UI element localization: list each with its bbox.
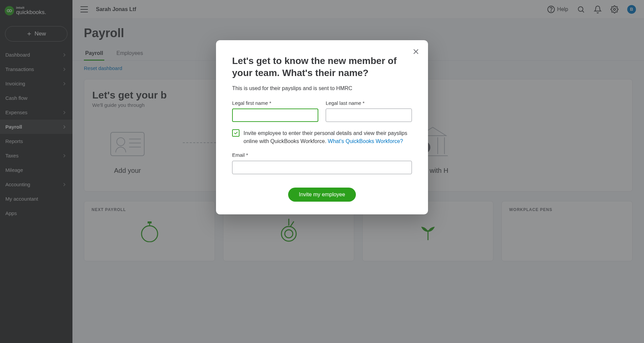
email-label: Email * (232, 152, 248, 158)
email-input[interactable] (232, 161, 412, 174)
modal-subtitle: This is used for their payslips and is s… (232, 85, 412, 91)
modal-overlay[interactable]: Let's get to know the new member of your… (0, 0, 644, 343)
first-name-label: Legal first name * (232, 100, 318, 106)
workforce-link[interactable]: What's QuickBooks Workforce? (328, 138, 403, 144)
last-name-input[interactable] (326, 109, 412, 122)
invite-checkbox-row: Invite employee to enter their personal … (232, 129, 412, 145)
first-name-input[interactable] (232, 109, 318, 122)
modal-title: Let's get to know the new member of your… (232, 55, 412, 79)
invite-employee-button[interactable]: Invite my employee (288, 188, 356, 202)
last-name-label: Legal last name * (326, 100, 412, 106)
check-icon (233, 131, 238, 135)
modal-footer: Invite my employee (232, 188, 412, 202)
name-fields-row: Legal first name * Legal last name * (232, 100, 412, 122)
close-icon[interactable] (412, 48, 420, 56)
first-name-field: Legal first name * (232, 100, 318, 122)
email-field: Email * (232, 152, 412, 174)
invite-checkbox[interactable] (232, 129, 239, 137)
invite-checkbox-text: Invite employee to enter their personal … (244, 129, 412, 145)
add-employee-modal: Let's get to know the new member of your… (216, 40, 428, 214)
last-name-field: Legal last name * (326, 100, 412, 122)
